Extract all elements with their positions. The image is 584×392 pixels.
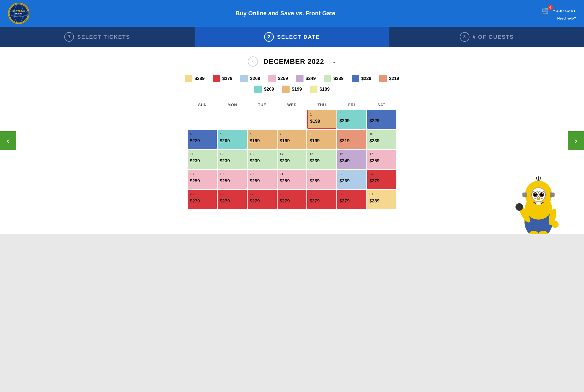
svg-point-19 — [533, 192, 538, 197]
svg-text:HOLLYWOOD: HOLLYWOOD — [14, 16, 24, 17]
calendar-cell[interactable]: 16 $249 — [337, 150, 366, 169]
calendar-cell[interactable]: 13 $239 — [248, 150, 277, 169]
calendar-day-number: 5 — [220, 132, 222, 136]
main-content: ‹ ‹ DECEMBER 2022 ⌄ $289 $279 $269 $259 … — [0, 47, 584, 234]
calendar-day-number: 9 — [339, 132, 341, 136]
svg-point-7 — [525, 207, 552, 234]
calendar-cell[interactable]: 24 $279 — [367, 170, 396, 189]
legend-price: $249 — [306, 76, 316, 81]
svg-point-14 — [525, 181, 552, 209]
cart-label[interactable]: YOUR CART — [553, 9, 576, 13]
step-1-label: SELECT TICKETS — [77, 34, 130, 40]
calendar-day-number: 8 — [309, 132, 311, 136]
svg-point-24 — [542, 193, 543, 194]
svg-point-15 — [531, 187, 546, 202]
calendar-cell[interactable]: 20 $259 — [248, 170, 277, 189]
calendar-cell[interactable]: 1 $199 — [307, 110, 336, 129]
calendar-cell[interactable]: 14 $239 — [278, 150, 307, 169]
calendar-dow: FRI — [337, 101, 366, 109]
cart-area[interactable]: 🛒 0 YOUR CART — [541, 6, 576, 15]
month-dropdown-icon[interactable]: ⌄ — [332, 58, 336, 65]
calendar-day-price: $279 — [250, 198, 275, 204]
next-month-side-arrow[interactable]: › — [568, 131, 584, 150]
calendar-day-price: $279 — [369, 178, 394, 184]
svg-point-18 — [538, 191, 545, 198]
step-3-guests[interactable]: 3 # OF GUESTS — [389, 27, 584, 47]
calendar-cell[interactable]: 9 $219 — [337, 130, 366, 149]
calendar-day-number: 25 — [190, 192, 194, 196]
svg-rect-9 — [533, 207, 536, 215]
calendar-cell[interactable]: 11 $239 — [188, 150, 217, 169]
legend-item: $269 — [240, 75, 260, 82]
calendar-cell[interactable]: 28 $279 — [278, 190, 307, 209]
calendar-cell[interactable]: 12 $239 — [218, 150, 247, 169]
legend-item: $209 — [254, 86, 274, 93]
legend-swatch — [282, 86, 290, 93]
header-right: 🛒 0 YOUR CART Need help? — [541, 6, 576, 20]
calendar-cell[interactable]: 22 $259 — [307, 170, 336, 189]
prev-arrow-icon: ‹ — [7, 136, 9, 145]
calendar-cell[interactable]: 23 $269 — [337, 170, 366, 189]
legend-swatch — [240, 75, 248, 82]
svg-point-33 — [515, 203, 523, 211]
logo-globe: UNIVERSAL STUDIOS HOLLYWOOD — [8, 3, 29, 24]
calendar-day-number: 2 — [339, 112, 341, 116]
calendar-cell[interactable]: 2 $209 — [337, 110, 366, 129]
legend-swatch — [310, 86, 317, 93]
calendar-cell[interactable]: 8 $199 — [307, 130, 336, 149]
step-2-label: SELECT DATE — [277, 34, 320, 40]
calendar-cell[interactable]: 29 $279 — [307, 190, 336, 209]
legend-item: $279 — [213, 75, 233, 82]
step-2-select-date[interactable]: 2 SELECT DATE — [195, 27, 390, 47]
svg-point-22 — [540, 193, 543, 196]
cart-icon-wrap[interactable]: 🛒 0 — [541, 6, 551, 15]
calendar-cell[interactable]: 10 $239 — [367, 130, 396, 149]
svg-line-29 — [537, 178, 537, 181]
calendar-cell[interactable]: 19 $259 — [218, 170, 247, 189]
svg-point-17 — [532, 191, 539, 198]
calendar-cell[interactable]: 26 $279 — [218, 190, 247, 209]
calendar-cell-empty — [188, 110, 217, 129]
next-arrow-icon: › — [575, 136, 577, 145]
legend-item: $189 — [310, 86, 330, 93]
calendar-cell[interactable]: 17 $259 — [367, 150, 396, 169]
calendar-day-price: $259 — [250, 178, 275, 184]
calendar-cell[interactable]: 27 $279 — [248, 190, 277, 209]
calendar-grid: 1 $199 2 $209 3 $229 4 $229 5 $209 6 $19… — [188, 110, 396, 209]
calendar-cell[interactable]: 5 $209 — [218, 130, 247, 149]
calendar-cell[interactable]: 31 $289 — [367, 190, 396, 209]
calendar-cell[interactable]: 21 $259 — [278, 170, 307, 189]
svg-text:UNIVERSAL: UNIVERSAL — [13, 10, 25, 12]
price-legend: $289 $279 $269 $259 $249 $239 $229 $219 … — [172, 72, 412, 98]
calendar-cell[interactable]: 4 $229 — [188, 130, 217, 149]
step-1-select-tickets[interactable]: 1 SELECT TICKETS — [0, 27, 195, 47]
prev-month-button[interactable]: ‹ — [248, 56, 258, 67]
calendar-day-price: $199 — [280, 138, 305, 144]
legend-item: $239 — [324, 75, 344, 82]
svg-rect-11 — [534, 207, 536, 209]
month-title: DECEMBER 2022 — [263, 57, 324, 66]
legend-price: $259 — [278, 76, 288, 81]
calendar-day-number: 29 — [309, 192, 313, 196]
calendar-cell[interactable]: 25 $279 — [188, 190, 217, 209]
calendar-cell[interactable]: 30 $279 — [337, 190, 366, 209]
calendar-cell[interactable]: 7 $199 — [278, 130, 307, 149]
calendar-dow: SAT — [367, 101, 396, 109]
calendar-cell[interactable]: 15 $239 — [307, 150, 336, 169]
legend-swatch — [213, 75, 220, 82]
calendar-cell[interactable]: 18 $259 — [188, 170, 217, 189]
calendar-cell[interactable]: 6 $199 — [248, 130, 277, 149]
calendar-day-number: 10 — [369, 132, 373, 136]
site-header: UNIVERSAL STUDIOS HOLLYWOOD Buy Online a… — [0, 0, 584, 27]
prev-month-side-arrow[interactable]: ‹ — [0, 131, 16, 150]
svg-point-13 — [525, 195, 552, 220]
calendar-day-number: 31 — [369, 192, 373, 196]
calendar-cell[interactable]: 3 $229 — [367, 110, 396, 129]
svg-rect-28 — [536, 202, 541, 205]
need-help-link[interactable]: Need help? — [557, 16, 576, 20]
logo-area: UNIVERSAL STUDIOS HOLLYWOOD — [8, 3, 29, 24]
calendar-cell-empty — [248, 110, 277, 129]
cart-count: 0 — [548, 5, 553, 10]
svg-rect-26 — [550, 193, 555, 197]
calendar-day-number: 3 — [369, 112, 371, 116]
